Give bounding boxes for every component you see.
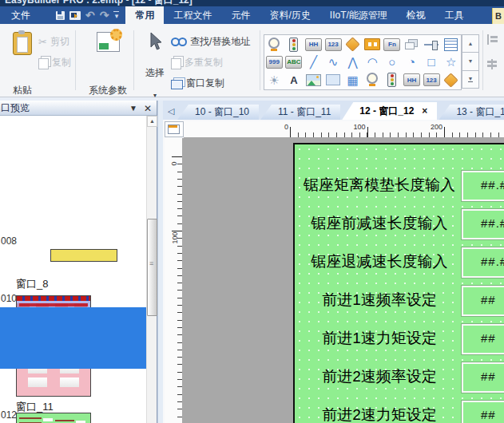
h-ruler-major-tick xyxy=(367,127,368,137)
file-menu-button[interactable]: 文件 xyxy=(0,6,42,24)
ruler-corner-button[interactable] xyxy=(165,121,184,137)
ribbon-tab-检视[interactable]: 检视 xyxy=(397,6,435,24)
ascii-key-icon[interactable]: HH xyxy=(305,38,322,51)
more-icon[interactable]: ▾ xyxy=(113,11,119,20)
window-thumbnail-012[interactable] xyxy=(16,413,91,423)
select-dropdown-caret[interactable]: ▾ xyxy=(153,93,157,97)
title-bar: EasyBuilder PRO : 2.emtp - [12 - 窗口_12] xyxy=(0,0,504,6)
panel-menu-icon[interactable]: ▼ xyxy=(128,101,139,116)
star-icon[interactable]: ☆ xyxy=(446,56,456,68)
gallery-scroll-down[interactable]: ▼ xyxy=(462,53,479,70)
menu-bar: 文件 ↶↷▾ 常用工程文件元件资料/历史IIoT/能源管理检视工具 B xyxy=(0,6,504,24)
vertical-ruler: 0100 xyxy=(165,138,183,423)
ribbon-tab-常用[interactable]: 常用 xyxy=(125,6,164,24)
hmi-input-value: ##.## xyxy=(463,249,504,274)
h-ruler-major-tick xyxy=(290,127,291,137)
paste-button[interactable]: 粘贴 xyxy=(3,27,42,101)
slider-icon[interactable] xyxy=(424,41,439,49)
horizontal-ruler: 0100200 xyxy=(184,121,504,138)
tab-close-icon[interactable]: × xyxy=(422,105,427,117)
hmi-numeric-input[interactable]: ##.## xyxy=(462,209,504,239)
scale-icon[interactable]: ☀ xyxy=(269,74,280,86)
quick-access-toolbar: ↶↷▾ xyxy=(56,6,119,24)
hmi-numeric-input[interactable]: ## xyxy=(462,324,504,354)
text-icon[interactable]: A xyxy=(290,75,297,85)
ribbon-tab-工具[interactable]: 工具 xyxy=(435,6,474,24)
hmi-numeric-input[interactable]: ##.## xyxy=(462,247,504,278)
window-copy-button[interactable]: 窗口复制 xyxy=(171,77,224,90)
numeric-999-key-icon[interactable]: 999 xyxy=(266,56,283,69)
redo-icon[interactable]: ↷ xyxy=(100,11,109,20)
undo-icon[interactable]: ↶ xyxy=(85,11,95,20)
toggle-switch-icon[interactable] xyxy=(364,38,380,50)
window-preview-list: 008窗口_8010窗口_10011窗口_11012窗口_12013窗口_130… xyxy=(0,116,147,423)
numeric-key-icon[interactable]: 123 xyxy=(325,38,342,51)
design-canvas[interactable]: 锯座矩离模垫长度输入##.##锯座前减速长度输入##.##锯座退减速长度输入##… xyxy=(183,138,504,423)
filled-rect-icon[interactable] xyxy=(326,74,340,85)
scroll-up-arrow[interactable]: ▲ xyxy=(147,116,157,127)
hmi-numeric-input[interactable]: ##.## xyxy=(462,171,504,201)
hmi-row-label: 前进1速力矩设定 xyxy=(300,324,459,353)
find-replace-icon xyxy=(171,38,187,46)
lamp-icon[interactable] xyxy=(268,38,280,49)
hmi-row: 锯座前减速长度输入##.## xyxy=(295,209,504,238)
hmi-row-label: 锯座矩离模垫长度输入 xyxy=(300,171,459,200)
scrollbar-thumb[interactable] xyxy=(147,219,157,316)
ribbon-tab-资料/历史[interactable]: 资料/历史 xyxy=(260,6,319,24)
option-list-icon[interactable] xyxy=(444,38,458,51)
download-icon[interactable] xyxy=(69,11,81,20)
function-key-icon[interactable]: Fn xyxy=(383,38,400,51)
picture-icon[interactable] xyxy=(306,74,321,86)
ribbon-tab-元件[interactable]: 元件 xyxy=(221,6,260,24)
ascii-key-icon[interactable]: HH xyxy=(403,73,420,86)
bit-tag-icon[interactable] xyxy=(443,73,458,87)
gallery-more-button[interactable]: ▼ xyxy=(462,71,479,89)
v-ruler-label: 0 xyxy=(169,161,177,165)
select-tool-button[interactable]: 选择 ▾ xyxy=(137,27,173,101)
lamp-icon[interactable] xyxy=(367,73,378,84)
line-icon[interactable]: ╱ xyxy=(310,56,317,68)
hmi-row: 前进2速频率设定## xyxy=(295,362,504,391)
hmi-numeric-input[interactable]: ## xyxy=(462,286,504,316)
gallery-scroll-up[interactable]: ▲ xyxy=(462,34,479,53)
copy-button[interactable]: 复制 xyxy=(38,56,71,69)
cut-button[interactable]: ✂ 剪切 xyxy=(38,35,69,49)
multi-copy-button[interactable]: 多重复制 xyxy=(171,56,223,69)
editor-area: ◁ 10 - 窗口_1011 - 窗口_1112 - 窗口_12×13 - 窗口… xyxy=(163,101,504,423)
doc-tab-11 - 窗口_11[interactable]: 11 - 窗口_11 xyxy=(260,105,340,120)
align-center-icon[interactable] xyxy=(486,59,498,69)
tab-scroll-left-icon[interactable]: ◁ xyxy=(165,105,177,117)
find-replace-button[interactable]: 查找/替换地址 xyxy=(171,35,250,49)
ribbon-tab-工程文件[interactable]: 工程文件 xyxy=(164,6,221,24)
traffic-light-icon[interactable] xyxy=(387,73,396,87)
preview-scrollbar[interactable]: ▲ xyxy=(146,116,157,423)
hmi-window-12[interactable]: 锯座矩离模垫长度输入##.##锯座前减速长度输入##.##锯座退减速长度输入##… xyxy=(293,143,504,423)
bit-tag-icon[interactable] xyxy=(345,37,359,51)
hmi-numeric-input[interactable]: ## xyxy=(462,362,504,393)
ribbon-tab-IIoT/能源管理[interactable]: IIoT/能源管理 xyxy=(320,6,397,24)
doc-tab-13 - 窗口_13[interactable]: 13 - 窗口_13 xyxy=(439,105,504,120)
freeform-icon[interactable]: ∿ xyxy=(328,56,339,68)
preview-item-number: 008 xyxy=(1,235,17,247)
direct-window-icon[interactable] xyxy=(405,39,418,49)
clipped-right-tab: B xyxy=(492,8,504,24)
table-icon[interactable]: ▦ xyxy=(347,74,359,86)
panel-close-icon[interactable]: ✕ xyxy=(142,101,153,116)
numeric-key-icon[interactable]: 123 xyxy=(423,73,440,86)
align-left-icon[interactable] xyxy=(486,34,498,45)
hmi-numeric-input[interactable]: ## xyxy=(462,401,504,423)
doc-tab-10 - 窗口_10[interactable]: 10 - 窗口_10 xyxy=(177,105,259,120)
rectangle-icon[interactable]: □ xyxy=(428,56,435,68)
ribbon-tab-bar: 常用工程文件元件资料/历史IIoT/能源管理检视工具 xyxy=(125,6,473,24)
arc-icon[interactable]: ◠ xyxy=(367,56,378,68)
save-icon[interactable] xyxy=(56,11,65,20)
window-thumbnail-008[interactable] xyxy=(50,249,117,262)
system-parameters-button[interactable]: 系统参数 xyxy=(80,27,136,101)
polyline-icon[interactable]: ⋀ xyxy=(348,56,358,68)
doc-tab-12 - 窗口_12[interactable]: 12 - 窗口_12× xyxy=(342,102,437,120)
traffic-light-icon[interactable] xyxy=(289,38,298,52)
ascii-abc-key-icon[interactable]: ABC xyxy=(285,56,302,69)
circle-icon[interactable]: ○ xyxy=(388,56,395,68)
pie-icon[interactable]: ◔ xyxy=(408,56,415,68)
hmi-input-value: ##.## xyxy=(463,211,504,235)
